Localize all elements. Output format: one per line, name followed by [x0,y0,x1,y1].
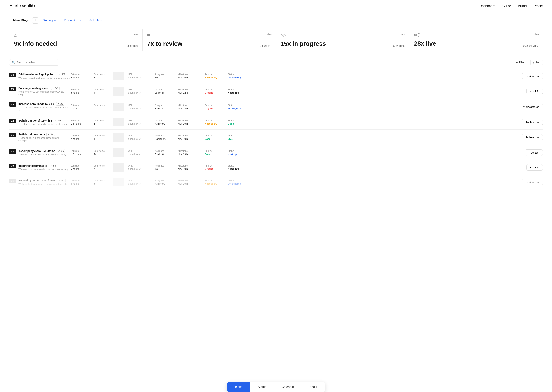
task-desc: We are currently seeing images take way … [18,91,71,96]
comments-col: Comments 3x [94,179,113,185]
search-input[interactable] [17,61,56,64]
priority-value: Necessary [205,76,228,79]
estimate-value: 8 hours [71,76,94,79]
action-button[interactable]: Publish now [522,119,543,125]
url-col: URL open link ↗ [128,164,155,170]
task-title: Recurring 404 error on /news ✓ 3/6 [18,179,69,182]
priority-value: Urgent [205,91,228,94]
url-value[interactable]: open link ↗ [128,107,155,110]
sort-button[interactable]: ↕ Sort [530,60,543,65]
assignee-col: Assignee You [155,164,178,170]
tab-add-button[interactable]: + [32,17,38,24]
url-label: URL [128,104,155,107]
task-info: Add Newsletter Sign Up Form ✓ 3/6 We wan… [18,73,70,79]
task-title: Integrate testominal.to ✓ 3/6 [18,164,70,168]
nav-guide[interactable]: Guide [502,4,511,8]
priority-value: Urgent [205,168,228,170]
priority-col: Priority Necessary [205,73,228,79]
main-nav: Dashboard Guide Billing Profile [479,4,543,8]
task-title: Increase hero image by 20% ✓ 3/6 [18,102,71,106]
nav-profile[interactable]: Profile [534,4,543,8]
action-button[interactable]: View subtasks [520,104,543,110]
action-button[interactable]: Add info [526,164,543,171]
url-value[interactable]: open link ↗ [128,182,155,185]
milestone-label: Milestone [178,134,205,137]
task-check: ✓ 3/6 [58,73,66,76]
assignee-col: Assignee Ermin C. [155,104,178,110]
url-value[interactable]: open link ↗ [128,122,155,125]
action-button[interactable]: Review now [522,179,543,185]
estimate-value: 1,2 hours [71,153,94,156]
estimate-value: 8 hours [71,91,94,94]
task-desc: Please check our attached Notion link fo… [18,137,71,142]
tab-main-blog[interactable]: Main Blog [9,17,31,24]
filter-button[interactable]: ≡ Filter [514,60,527,65]
milestone-value: Nov 19th [178,76,205,79]
tab-staging[interactable]: Staging ↗ [38,17,60,24]
task-id-badge: #7 [9,164,16,168]
task-info: Increase hero image by 20% ✓ 3/6 The tea… [18,102,71,112]
stat-sub-3: 50% done [392,44,405,47]
url-value[interactable]: open link ↗ [128,137,155,140]
task-check: ✓ 3/6 [57,179,65,182]
stat-view-1[interactable]: view [134,33,138,36]
milestone-value: Nov 19th [178,122,205,125]
url-value[interactable]: open link ↗ [128,153,155,156]
task-id-col: #3 Increase hero image by 20% ✓ 3/6 The … [9,102,71,112]
task-check: ✓ 3/6 [49,164,57,168]
assignee-col: Assignee Armino G. [155,119,178,125]
priority-col: Priority Urgent [205,104,228,110]
assignee-label: Assignee [155,134,178,137]
url-col: URL open link ↗ [128,119,155,125]
task-info: Switch out new copy ✓ 3/6 Please check o… [18,133,71,142]
stat-view-3[interactable]: view [400,33,405,36]
url-value[interactable]: open link ↗ [128,91,155,94]
task-title-text: Recurring 404 error on /news [18,179,56,182]
milestone-label: Milestone [178,73,205,76]
assignee-label: Assignee [155,150,178,152]
comments-label: Comments [94,134,113,137]
status-col: Status On Staging [228,179,254,185]
search-box[interactable]: 🔍 [9,59,59,66]
assignee-label: Assignee [155,73,178,76]
stat-sub-2: 1x urgent [260,44,271,47]
status-label: Status [228,164,254,167]
milestone-value: Nov 19th [178,153,205,156]
task-check: ✓ 3/6 [51,86,60,90]
stat-view-4[interactable]: view [534,33,539,36]
task-title: Fix image loading speed ✓ 3/6 [18,86,71,90]
url-label: URL [128,150,155,152]
status-value: On Staging [228,182,254,185]
comments-value: 3x [94,182,113,185]
stat-number-3: 15x in progress [281,40,326,47]
action-button[interactable]: Hide item [525,149,543,156]
filter-label: Filter [519,61,525,64]
status-col: Status Next up [228,150,254,156]
url-value[interactable]: open link ↗ [128,76,155,79]
estimate-label: Estimate [71,179,94,182]
url-value[interactable]: open link ↗ [128,168,155,170]
milestone-label: Milestone [178,150,205,152]
action-button[interactable]: Review now [522,73,543,79]
priority-col: Priority Necessary [205,119,228,125]
comments-col: Comments 7x [94,164,113,170]
assignee-col: Assignee Fabian M. [155,134,178,140]
priority-col: Priority Ease [205,150,228,156]
nav-dashboard[interactable]: Dashboard [479,4,495,8]
task-info: Integrate testominal.to ✓ 3/6 We want to… [18,164,70,171]
milestone-value: Nov 22nd [178,91,205,94]
assignee-value: Ermin C. [155,107,178,110]
stat-view-2[interactable]: view [267,33,272,36]
milestone-col: Milestone Nov 19th [178,150,205,156]
tab-production[interactable]: Production ↗ [60,17,86,24]
estimate-label: Estimate [71,104,94,107]
tab-github[interactable]: GitHub ↗ [86,17,106,24]
assignee-value: Armino G. [155,182,178,185]
action-button[interactable]: Add info [526,88,543,94]
nav-billing[interactable]: Billing [518,4,527,8]
action-button[interactable]: Archive now [522,134,543,140]
url-label: URL [128,164,155,167]
task-id-badge: #8 [9,179,16,183]
task-title: Add Newsletter Sign Up Form ✓ 3/6 [18,73,70,76]
status-value: Done [228,122,254,125]
